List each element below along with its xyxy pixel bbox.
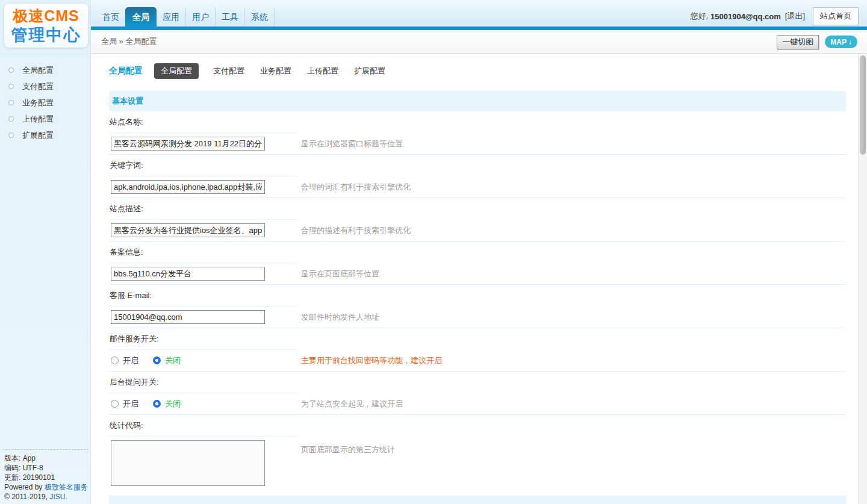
config-tab[interactable]: 支付配置 xyxy=(212,63,246,79)
field-control xyxy=(109,306,297,328)
sidebar-menu-item[interactable]: 扩展配置 xyxy=(0,127,91,143)
field-hint: 显示在浏览器窗口标题等位置 xyxy=(297,133,846,155)
top-nav-item[interactable]: 系统 xyxy=(245,7,275,26)
field-label: 站点名称: xyxy=(109,111,297,133)
field-spacer xyxy=(297,285,846,306)
sidebar-menu: 全局配置支付配置业务配置上传配置扩展配置 xyxy=(0,62,91,143)
field-control: 开启关闭 xyxy=(109,350,297,372)
field-label: 统计代码: xyxy=(109,415,297,437)
field-spacer xyxy=(297,415,846,437)
greeting-text: 您好, xyxy=(690,11,708,22)
sidebar-item-label: 支付配置 xyxy=(22,81,54,92)
top-nav: 首页全局应用用户工具系统 xyxy=(96,7,275,26)
logo-title: 极速CMS xyxy=(13,7,79,25)
top-nav-item[interactable]: 全局 xyxy=(125,7,157,26)
top-nav-item[interactable]: 首页 xyxy=(96,7,125,26)
field-control xyxy=(109,220,297,241)
field-hint: 页面底部显示的第三方统计 xyxy=(297,437,846,495)
radio-icon[interactable] xyxy=(111,356,119,364)
field-label: 关键字词: xyxy=(109,155,297,176)
config-tab[interactable]: 上传配置 xyxy=(306,63,340,79)
map-button-label: MAP xyxy=(830,38,847,46)
circle-bullet-icon xyxy=(8,84,14,89)
field-hint: 主要用于前台找回密码等功能，建议开启 xyxy=(297,350,846,372)
main-content: 全局配置 全局配置支付配置业务配置上传配置扩展配置 基本设置 站点名称:显示在浏… xyxy=(91,54,858,504)
form-fields: 站点名称:显示在浏览器窗口标题等位置关键字词:合理的词汇有利于搜索引擎优化站点描… xyxy=(109,111,846,495)
radio-option[interactable]: 关闭 xyxy=(153,355,181,366)
sidebar-menu-item[interactable]: 业务配置 xyxy=(0,95,91,111)
text-input[interactable] xyxy=(111,267,265,281)
powered-prefix: Powered by xyxy=(4,483,45,491)
field-spacer xyxy=(297,111,846,133)
config-tab[interactable]: 全局配置 xyxy=(154,63,199,79)
text-input[interactable] xyxy=(111,180,265,194)
radio-icon[interactable] xyxy=(153,356,161,364)
logout-link[interactable]: [退出] xyxy=(785,11,805,22)
field-hint: 为了站点安全起见，建议开启 xyxy=(297,393,846,415)
form-field: 站点描述:合理的描述有利于搜索引擎优化 xyxy=(109,198,846,241)
app-logo: 极速CMS 管理中心 xyxy=(4,4,88,48)
one-click-cut-button[interactable]: 一键切图 xyxy=(777,35,819,49)
field-hint: 发邮件时的发件人地址 xyxy=(297,306,846,328)
version-info: 版本: App xyxy=(4,453,89,463)
config-tabs: 全局配置支付配置业务配置上传配置扩展配置 xyxy=(154,63,387,79)
code-textarea[interactable] xyxy=(111,440,265,486)
form-field: 备案信息:显示在页面底部等位置 xyxy=(109,241,846,285)
top-nav-item[interactable]: 用户 xyxy=(186,7,216,26)
sidebar-item-label: 业务配置 xyxy=(22,98,54,108)
form-field: 邮件服务开关:开启关闭主要用于前台找回密码等功能，建议开启 xyxy=(109,328,846,372)
circle-bullet-icon xyxy=(8,116,14,122)
scrollbar-thumb[interactable] xyxy=(860,55,866,155)
user-area: 您好, 15001904@qq.com [退出] 站点首页 xyxy=(690,7,859,26)
form-field: 关键字词:合理的词汇有利于搜索引擎优化 xyxy=(109,155,846,198)
logo-subtitle: 管理中心 xyxy=(11,25,81,45)
map-button[interactable]: MAP ↓ xyxy=(825,36,857,48)
field-spacer xyxy=(297,241,846,263)
next-section-header xyxy=(109,496,846,504)
sidebar-menu-item[interactable]: 支付配置 xyxy=(0,78,91,95)
update-info: 更新: 20190101 xyxy=(4,473,89,482)
copyright: © 2011-2019, JISU. xyxy=(4,492,89,502)
config-tab[interactable]: 业务配置 xyxy=(259,63,293,79)
powered-link[interactable]: 极致签名服务 xyxy=(45,483,88,491)
top-nav-item[interactable]: 应用 xyxy=(157,7,186,26)
form-field: 站点名称:显示在浏览器窗口标题等位置 xyxy=(109,111,846,155)
circle-bullet-icon xyxy=(8,100,14,105)
breadcrumb: 全局 » 全局配置 xyxy=(101,30,157,53)
field-label: 备案信息: xyxy=(109,241,297,263)
sidebar-menu-item[interactable]: 上传配置 xyxy=(0,111,91,127)
copyright-link[interactable]: JISU. xyxy=(49,493,67,501)
field-label: 邮件服务开关: xyxy=(109,328,297,350)
radio-icon[interactable] xyxy=(111,400,119,408)
field-spacer xyxy=(297,198,846,220)
circle-bullet-icon xyxy=(8,132,14,138)
breadcrumb-bar: 全局 » 全局配置 一键切图 MAP ↓ xyxy=(91,30,867,54)
field-label: 客服 E-mail: xyxy=(109,285,297,306)
radio-option[interactable]: 关闭 xyxy=(153,399,181,409)
field-hint: 合理的词汇有利于搜索引擎优化 xyxy=(297,176,846,198)
text-input[interactable] xyxy=(111,223,265,237)
radio-icon[interactable] xyxy=(153,400,161,408)
circle-bullet-icon xyxy=(8,67,14,73)
arrow-down-icon: ↓ xyxy=(848,38,852,46)
radio-option[interactable]: 开启 xyxy=(111,355,138,366)
powered-by: Powered by 极致签名服务 xyxy=(4,482,89,492)
field-label: 站点描述: xyxy=(109,198,297,220)
form-field: 统计代码:页面底部显示的第三方统计 xyxy=(109,415,846,495)
sidebar-menu-item[interactable]: 全局配置 xyxy=(0,62,91,78)
radio-label: 关闭 xyxy=(165,399,181,409)
text-input[interactable] xyxy=(111,137,265,151)
radio-option[interactable]: 开启 xyxy=(111,399,138,409)
form-field: 后台提问开关:开启关闭为了站点安全起见，建议开启 xyxy=(109,372,846,415)
radio-label: 开启 xyxy=(123,399,138,409)
config-tab[interactable]: 扩展配置 xyxy=(353,63,387,79)
config-tabs-row: 全局配置 全局配置支付配置业务配置上传配置扩展配置 xyxy=(109,63,858,78)
vertical-scrollbar[interactable] xyxy=(858,54,867,504)
field-control xyxy=(109,133,297,155)
text-input[interactable] xyxy=(111,310,265,324)
field-control xyxy=(109,263,297,285)
site-home-button[interactable]: 站点首页 xyxy=(813,7,859,25)
top-nav-item[interactable]: 工具 xyxy=(216,7,245,26)
field-spacer xyxy=(297,328,846,350)
radio-label: 关闭 xyxy=(165,355,181,366)
